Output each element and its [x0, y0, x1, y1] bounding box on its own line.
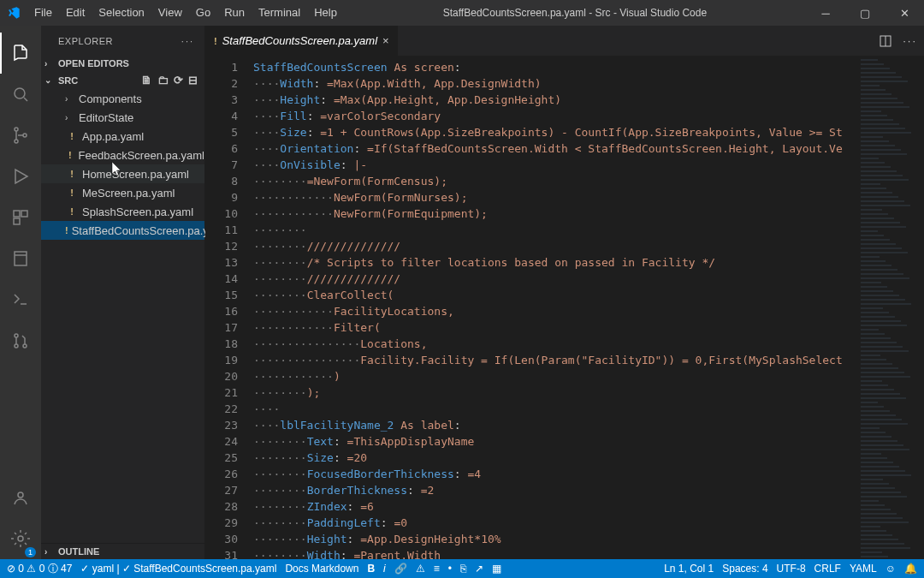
chevron-right-icon: ›: [44, 59, 55, 69]
tree-file-selected[interactable]: !StaffBedCountsScreen.pa.yaml: [41, 221, 204, 240]
menu-run[interactable]: Run: [217, 0, 252, 26]
activity-run-debug[interactable]: [0, 156, 41, 197]
tree-folder-editorstate[interactable]: ›EditorState: [41, 108, 204, 127]
src-label: SRC: [58, 75, 78, 86]
menu-terminal[interactable]: Terminal: [252, 0, 307, 26]
svg-point-1: [15, 128, 18, 131]
yaml-file-icon: !: [65, 150, 75, 160]
menu-edit[interactable]: Edit: [59, 0, 92, 26]
new-file-icon[interactable]: 🗎: [141, 74, 152, 86]
maximize-button[interactable]: ▢: [845, 0, 885, 26]
svg-point-9: [15, 344, 18, 348]
tree-file[interactable]: !HomeScreen.pa.yaml: [41, 164, 204, 183]
minimize-button[interactable]: ─: [806, 0, 845, 26]
yaml-file-icon: !: [65, 188, 79, 198]
explorer-header: EXPLORER ···: [41, 26, 204, 56]
svg-point-3: [23, 134, 27, 137]
collapse-icon[interactable]: ⊟: [188, 74, 198, 86]
explorer-more-icon[interactable]: ···: [181, 36, 194, 46]
main-area: 1 EXPLORER ··· › OPEN EDITORS ⌄ SRC 🗎 🗀 …: [0, 26, 924, 559]
close-icon[interactable]: ×: [382, 34, 389, 47]
tree-file[interactable]: !SplashScreen.pa.yaml: [41, 202, 204, 221]
activity-settings[interactable]: 1: [0, 518, 41, 559]
sb-position[interactable]: Ln 1, Col 1: [664, 563, 714, 575]
menubar: File Edit Selection View Go Run Terminal…: [27, 0, 344, 26]
sb-icon[interactable]: •: [448, 563, 452, 575]
src-section[interactable]: ⌄ SRC 🗎 🗀 ⟳ ⊟: [41, 71, 204, 89]
minimap[interactable]: [856, 56, 924, 559]
editor-body[interactable]: 1234567891011121314151617181920212223242…: [205, 56, 924, 559]
chevron-right-icon: ›: [44, 547, 55, 557]
statusbar: ⊘ 0 ⚠ 0 ⓘ 47 ✓ yaml | ✓ StaffBedCountsSc…: [0, 559, 924, 578]
line-numbers: 1234567891011121314151617181920212223242…: [205, 56, 253, 559]
menu-view[interactable]: View: [151, 0, 189, 26]
activity-source-control[interactable]: [0, 115, 41, 156]
menu-file[interactable]: File: [27, 0, 59, 26]
window-title: StaffBedCountsScreen.pa.yaml - Src - Vis…: [344, 7, 806, 19]
sb-icon[interactable]: ≡: [434, 563, 440, 575]
sb-branch[interactable]: ✓ yaml | ✓ StaffBedCountsScreen.pa.yaml: [80, 563, 276, 575]
svg-point-8: [15, 334, 18, 337]
explorer-title: EXPLORER: [58, 36, 113, 46]
close-button[interactable]: ✕: [885, 0, 924, 26]
menu-selection[interactable]: Selection: [92, 0, 151, 26]
sb-italic[interactable]: i: [383, 563, 386, 575]
activity-account[interactable]: [0, 477, 41, 518]
sb-icon[interactable]: ▦: [492, 563, 501, 575]
yaml-file-icon: !: [214, 36, 217, 46]
svg-rect-6: [14, 218, 20, 224]
tree-file[interactable]: !MeScreen.pa.yaml: [41, 183, 204, 202]
sb-icon[interactable]: ⎘: [460, 563, 466, 575]
vscode-logo-icon: [7, 6, 21, 20]
open-editors-label: OPEN EDITORS: [58, 58, 129, 69]
sb-eol[interactable]: CRLF: [814, 563, 841, 575]
titlebar: File Edit Selection View Go Run Terminal…: [0, 0, 924, 26]
activity-terminal-icon[interactable]: [0, 279, 41, 320]
sb-icon[interactable]: ⚠: [416, 563, 425, 575]
window-controls: ─ ▢ ✕: [806, 0, 924, 26]
activity-search[interactable]: [0, 74, 41, 115]
sb-spaces[interactable]: Spaces: 4: [722, 563, 767, 575]
yaml-file-icon: !: [65, 206, 79, 217]
tree-file[interactable]: !App.pa.yaml: [41, 127, 204, 146]
outline-section[interactable]: › OUTLINE: [41, 543, 204, 559]
outline-label: OUTLINE: [58, 546, 99, 557]
chevron-right-icon: ›: [65, 94, 75, 104]
sb-icon[interactable]: ↗: [475, 563, 483, 575]
activity-book-icon[interactable]: [0, 238, 41, 279]
yaml-file-icon: !: [65, 169, 79, 179]
sb-bell-icon[interactable]: 🔔: [904, 563, 917, 575]
sb-lang[interactable]: YAML: [850, 563, 877, 575]
editor-tab[interactable]: ! StaffBedCountsScreen.pa.yaml ×: [205, 26, 399, 56]
code-content[interactable]: StaffBedCountsScreen As screen:····Width…: [253, 56, 856, 559]
sb-bold[interactable]: B: [367, 563, 375, 575]
sb-feedback-icon[interactable]: ☺: [886, 563, 896, 575]
activity-pr-icon[interactable]: [0, 320, 41, 361]
menu-go[interactable]: Go: [189, 0, 217, 26]
file-tree: ›Components ›EditorState !App.pa.yaml !F…: [41, 89, 204, 543]
sb-encoding[interactable]: UTF-8: [777, 563, 806, 575]
svg-point-12: [18, 536, 23, 541]
svg-point-2: [15, 140, 18, 143]
sb-errors[interactable]: ⊘ 0 ⚠ 0 ⓘ 47: [7, 562, 72, 576]
menu-help[interactable]: Help: [307, 0, 344, 26]
activity-extensions[interactable]: [0, 197, 41, 238]
refresh-icon[interactable]: ⟳: [174, 74, 183, 86]
more-icon[interactable]: ···: [903, 34, 917, 47]
sb-docs[interactable]: Docs Markdown: [285, 563, 358, 575]
new-folder-icon[interactable]: 🗀: [157, 74, 169, 86]
activity-explorer[interactable]: [0, 33, 41, 74]
split-editor-icon[interactable]: [879, 34, 892, 48]
open-editors-section[interactable]: › OPEN EDITORS: [41, 56, 204, 71]
src-actions: 🗎 🗀 ⟳ ⊟: [141, 74, 198, 86]
explorer-sidebar: EXPLORER ··· › OPEN EDITORS ⌄ SRC 🗎 🗀 ⟳ …: [41, 26, 205, 559]
chevron-right-icon: ›: [65, 113, 75, 122]
sb-icon[interactable]: 🔗: [394, 563, 407, 575]
editor-actions: ···: [879, 26, 924, 56]
svg-point-10: [23, 344, 27, 348]
svg-rect-4: [14, 211, 20, 217]
tree-file[interactable]: !FeedbackScreen.pa.yaml: [41, 146, 204, 164]
tree-folder-components[interactable]: ›Components: [41, 89, 204, 108]
yaml-file-icon: !: [65, 225, 68, 235]
svg-rect-5: [21, 211, 27, 217]
